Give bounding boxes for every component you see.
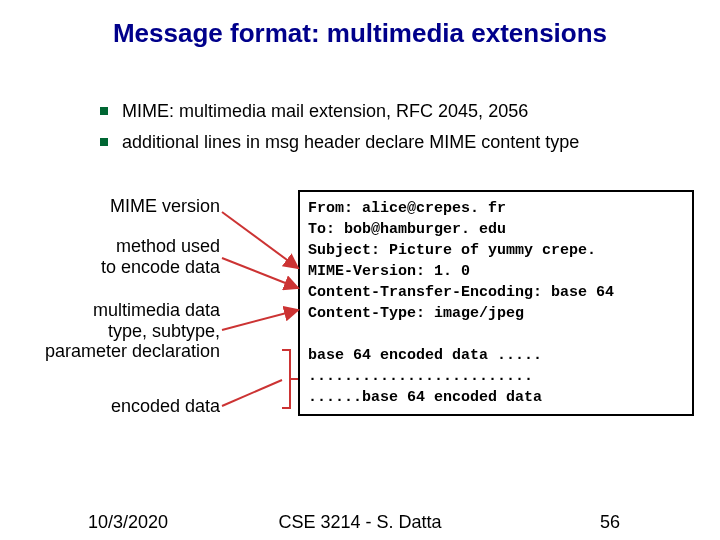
email-from: From: alice@crepes. fr: [308, 200, 506, 217]
bullet-item: MIME: multimedia mail extension, RFC 204…: [100, 98, 690, 125]
email-content-type: Content-Type: image/jpeg: [308, 305, 524, 322]
arrow-line: [222, 258, 298, 288]
email-blank-line: [308, 326, 317, 343]
bullet-list: MIME: multimedia mail extension, RFC 204…: [60, 98, 690, 160]
slide: Message format: multimedia extensions MI…: [0, 0, 720, 540]
label-method-used: method used to encode data: [20, 236, 220, 277]
label-line: multimedia data: [93, 300, 220, 320]
label-multimedia: multimedia data type, subtype, parameter…: [0, 300, 220, 362]
slide-title: Message format: multimedia extensions: [0, 18, 720, 49]
arrow-line: [222, 212, 298, 268]
email-mime-version: MIME-Version: 1. 0: [308, 263, 470, 280]
label-line: parameter declaration: [45, 341, 220, 361]
label-line: type, subtype,: [108, 321, 220, 341]
email-body-line: ......base 64 encoded data: [308, 389, 542, 406]
arrow-line: [222, 380, 282, 406]
label-line: to encode data: [101, 257, 220, 277]
email-subject: Subject: Picture of yummy crepe.: [308, 242, 596, 259]
footer-page-number: 56: [600, 512, 620, 533]
email-cte: Content-Transfer-Encoding: base 64: [308, 284, 614, 301]
arrow-line: [222, 310, 298, 330]
bullet-item: additional lines in msg header declare M…: [100, 129, 690, 156]
bracket-icon: [282, 350, 298, 408]
email-body-line: base 64 encoded data .....: [308, 347, 542, 364]
email-to: To: bob@hamburger. edu: [308, 221, 506, 238]
email-message-box: From: alice@crepes. fr To: bob@hamburger…: [298, 190, 694, 416]
label-line: method used: [116, 236, 220, 256]
email-body-line: .........................: [308, 368, 533, 385]
label-encoded-data: encoded data: [20, 396, 220, 417]
label-mime-version: MIME version: [20, 196, 220, 217]
